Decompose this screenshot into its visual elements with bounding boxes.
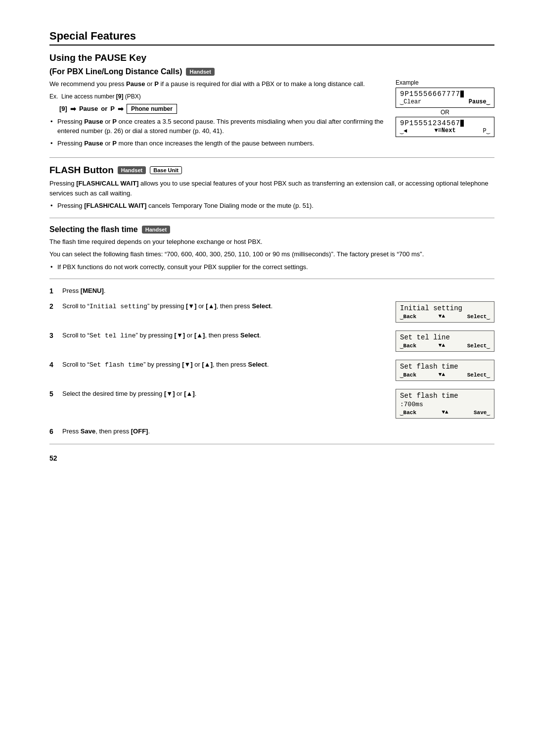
pbx-subsection: (For PBX Line/Long Distance Calls) Hands… (49, 67, 494, 150)
pbx-bullet-1: Pressing Pause or P once creates a 3.5 s… (57, 117, 386, 136)
section-title: Special Features (49, 30, 494, 46)
pause-key-section: Using the PAUSE Key (For PBX Line/Long D… (49, 52, 494, 150)
step-2-row: 2 Scroll to “Initial setting” by pressin… (49, 301, 386, 312)
pbx-intro: We recommend you press Pause or P if a p… (49, 79, 386, 89)
pause-key-title: Using the PAUSE Key (49, 52, 494, 63)
lcd-stl-select: Select‿ (467, 342, 490, 349)
lcd2-mid: ▼=Next (434, 127, 455, 135)
lcd-stl-line1: Set tel line (400, 333, 490, 341)
step-5-row: 5 Select the desired time by pressing [▼… (49, 389, 386, 399)
lcd-sftv-line3: ‿Back ▼▲ Save‿ (400, 409, 490, 416)
lcd-screen-2: 9P15551234567 ‿◄ ▼=Next P‿ (396, 117, 494, 137)
step-6-row: 6 Press Save, then press [OFF]. (49, 426, 494, 437)
pbx-arrow-row: [9] ➡ Pause or P ➡ Phone number (59, 104, 386, 114)
flash-time-title-text: Selecting the flash time (49, 225, 138, 234)
step-2-content: Scroll to “Initial setting” by pressing … (62, 301, 386, 312)
lcd-is-select: Select‿ (467, 313, 490, 320)
page-container: Special Features Using the PAUSE Key (Fo… (49, 30, 494, 462)
step-4-screen: Set flash time ‿Back ▼▲ Select‿ (396, 360, 494, 385)
flash-intro: Pressing [FLASH/CALL WAIT] allows you to… (49, 179, 494, 198)
step-5-area: 5 Select the desired time by pressing [▼… (49, 389, 494, 423)
flash-time-intro-1: The flash time required depends on your … (49, 237, 494, 247)
divider-3 (49, 279, 494, 279)
step-2-left: 2 Scroll to “Initial setting” by pressin… (49, 301, 386, 317)
lcd-sftv-back: ‿Back (400, 409, 416, 416)
step-5-num: 5 (49, 389, 58, 399)
lcd-sftv-save: Save‿ (474, 409, 490, 416)
lcd2-right: P‿ (483, 127, 490, 135)
pbx-content-left: We recommend you press Pause or P if a p… (49, 79, 386, 150)
step-2-num: 2 (49, 301, 58, 312)
divider-1 (49, 157, 494, 158)
flash-time-title-row: Selecting the flash time Handset (49, 225, 494, 234)
example-label: Example (396, 79, 494, 86)
handset-badge: Handset (186, 68, 214, 76)
pbx-bullet-2: Pressing Pause or P more than once incre… (57, 139, 386, 148)
lcd-set-tel-line: Set tel line ‿Back ▼▲ Select‿ (396, 331, 494, 352)
arrow1: ➡ (70, 105, 76, 113)
pbx-ex-text: Ex. Line access number [9] (PBX) (49, 92, 386, 101)
lcd-sft-select: Select‿ (467, 372, 490, 378)
step-4-row: 4 Scroll to “Set flash time” by pressing… (49, 360, 386, 370)
lcd-initial-setting: Initial setting ‿Back ▼▲ Select‿ (396, 301, 494, 323)
step-1-row: 1 Press [MENU]. (49, 286, 494, 296)
arrow2: ➡ (118, 105, 124, 113)
lcd-is-line1: Initial setting (400, 304, 490, 312)
flash-title-text: FLASH Button (49, 165, 114, 176)
step-2-screen: Initial setting ‿Back ▼▲ Select‿ (396, 301, 494, 327)
step-3-area: 3 Scroll to “Set tel line” by pressing [… (49, 331, 494, 356)
step-3-num: 3 (49, 331, 58, 341)
lcd-screen-1: 9P15556667777 ‿Clear Pause‿ (396, 88, 494, 108)
step-1-num: 1 (49, 286, 58, 296)
step-3-content: Scroll to “Set tel line” by pressing [▼]… (62, 331, 386, 341)
flash-time-subsection: Selecting the flash time Handset The fla… (49, 225, 494, 445)
divider-2 (49, 218, 494, 218)
or-divider: OR (396, 109, 494, 116)
lcd-is-mid: ▼▲ (439, 313, 445, 320)
p-label: P (110, 105, 115, 112)
step-4-content: Scroll to “Set flash time” by pressing [… (62, 360, 386, 370)
flash-bullet-1: Pressing [FLASH/CALL WAIT] cancels Tempo… (57, 201, 494, 211)
lcd-stl-mid: ▼▲ (439, 342, 445, 349)
lcd-set-flash-time: Set flash time ‿Back ▼▲ Select‿ (396, 360, 494, 381)
lcd-sft-back: ‿Back (400, 372, 416, 378)
step-2-area: 2 Scroll to “Initial setting” by pressin… (49, 301, 494, 327)
lcd1-line2: ‿Clear Pause‿ (400, 98, 490, 105)
lcd2-line1: 9P15551234567 (400, 119, 490, 127)
lcd2-line2: ‿◄ ▼=Next P‿ (400, 127, 490, 135)
flash-time-intro-2: You can select the following flash times… (49, 249, 494, 259)
or-text: or (101, 105, 107, 112)
flash-handset-badge: Handset (118, 166, 146, 174)
step-1-content: Press [MENU]. (62, 286, 494, 296)
lcd-set-flash-time-value: Set flash time :700ms ‿Back ▼▲ Save‿ (396, 389, 494, 419)
pbx-content-area: We recommend you press Pause or P if a p… (49, 79, 494, 150)
pbx-title-text: (For PBX Line/Long Distance Calls) (49, 67, 182, 76)
flash-time-bullet-1: If PBX functions do not work correctly, … (57, 262, 494, 272)
pbx-example-area: Example 9P15556667777 ‿Clear Pause‿ OR 9… (396, 79, 494, 150)
step-5-screen: Set flash time :700ms ‿Back ▼▲ Save‿ (396, 389, 494, 423)
pbx-title-row: (For PBX Line/Long Distance Calls) Hands… (49, 67, 494, 76)
step-5-left: 5 Select the desired time by pressing [▼… (49, 389, 386, 404)
step-6-num: 6 (49, 426, 58, 437)
step-3-left: 3 Scroll to “Set tel line” by pressing [… (49, 331, 386, 346)
page-number: 52 (49, 454, 494, 462)
step-3-screen: Set tel line ‿Back ▼▲ Select‿ (396, 331, 494, 356)
step-4-left: 4 Scroll to “Set flash time” by pressing… (49, 360, 386, 375)
nine-bracket: [9] (59, 105, 67, 112)
divider-4 (49, 444, 494, 444)
flash-base-unit-badge: Base Unit (150, 166, 182, 174)
flash-title-row: FLASH Button Handset Base Unit (49, 165, 494, 176)
lcd-sft-mid: ▼▲ (439, 372, 445, 378)
lcd-is-back: ‿Back (400, 313, 416, 320)
step-3-row: 3 Scroll to “Set tel line” by pressing [… (49, 331, 386, 341)
step-4-num: 4 (49, 360, 58, 370)
lcd1-pause: Pause‿ (469, 98, 490, 105)
phone-number-box: Phone number (127, 104, 177, 114)
lcd-sft-line1: Set flash time (400, 363, 490, 371)
flash-section: FLASH Button Handset Base Unit Pressing … (49, 165, 494, 444)
lcd-stl-back: ‿Back (400, 342, 416, 349)
flash-time-handset-badge: Handset (142, 226, 170, 234)
lcd-stl-line2: ‿Back ▼▲ Select‿ (400, 342, 490, 349)
lcd2-left: ‿◄ (400, 127, 407, 135)
pause-label: Pause (79, 105, 98, 112)
